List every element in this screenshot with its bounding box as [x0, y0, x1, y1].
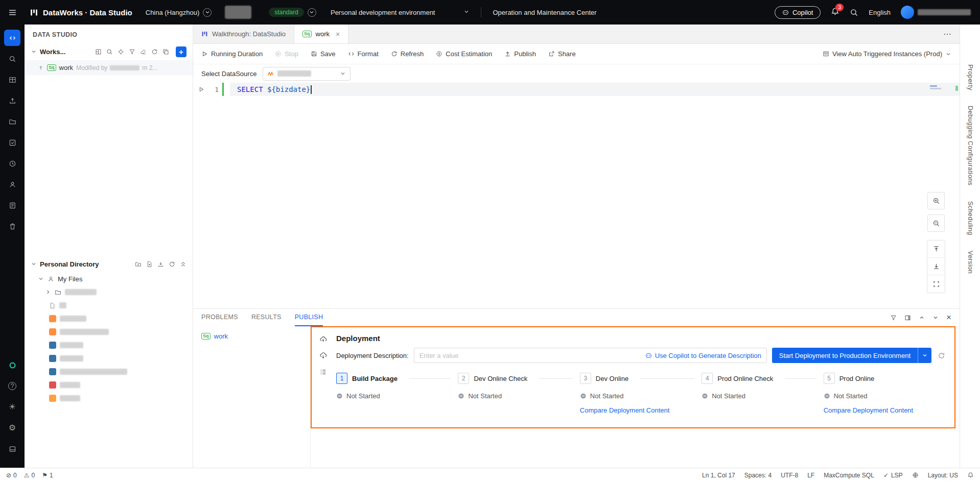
- env-badge[interactable]: standard: [269, 8, 316, 17]
- filter-icon[interactable]: [129, 49, 135, 55]
- panel-layout-icon[interactable]: [904, 315, 911, 321]
- folder-icon[interactable]: [4, 113, 20, 130]
- cloud-download-icon[interactable]: [319, 352, 327, 359]
- more-tabs-icon[interactable]: ⋯: [935, 25, 960, 43]
- layout-panel-icon[interactable]: [4, 441, 20, 457]
- tree-node-file[interactable]: [25, 299, 193, 312]
- tree-node-python[interactable]: [25, 339, 193, 352]
- code-text[interactable]: SELECT ${bizdate}: [230, 83, 960, 96]
- fit-view-button[interactable]: [927, 275, 945, 293]
- copilot-button[interactable]: Copilot: [775, 6, 821, 19]
- publish-button[interactable]: Publish: [504, 50, 536, 58]
- status-bell-icon[interactable]: [967, 472, 974, 478]
- tree-node-notebook[interactable]: [25, 312, 193, 325]
- tree-node-file-orange[interactable]: [25, 392, 193, 405]
- tab-problems[interactable]: PROBLEMS: [201, 309, 238, 326]
- om-center-link[interactable]: Operation and Maintenance Center: [493, 9, 596, 16]
- copilot-generate-link[interactable]: Use Copilot to Generate Description: [645, 352, 761, 359]
- lsp-status[interactable]: ✓ LSP: [883, 472, 903, 479]
- refresh-deployment-icon[interactable]: [938, 352, 945, 359]
- tab-work[interactable]: Sq work ×: [294, 25, 348, 43]
- tab-property[interactable]: Property: [967, 64, 974, 90]
- refresh-icon[interactable]: [169, 261, 175, 268]
- account-menu[interactable]: [901, 6, 971, 19]
- copy-icon[interactable]: [162, 49, 169, 55]
- recycle-bin-icon[interactable]: [4, 218, 20, 234]
- chevron-down-icon[interactable]: [31, 49, 37, 55]
- clean-eraser-icon[interactable]: [140, 49, 147, 55]
- compare-deployment-content-link[interactable]: Compare Deployment Content: [824, 406, 945, 414]
- region-selector[interactable]: China (Hangzhou): [146, 8, 212, 17]
- upload-icon[interactable]: [4, 92, 20, 109]
- tab-results[interactable]: RESULTS: [251, 309, 282, 326]
- cost-estimation-button[interactable]: $ Cost Estimation: [436, 50, 492, 58]
- scroll-to-bottom-button[interactable]: [927, 258, 945, 275]
- save-button[interactable]: Save: [311, 50, 336, 58]
- publish-node-work[interactable]: Sq work: [201, 332, 302, 340]
- tree-node-work[interactable]: Sq work Modified by m 2...: [25, 60, 193, 75]
- zoom-in-button[interactable]: [927, 192, 945, 209]
- scroll-to-top-button[interactable]: [927, 240, 945, 258]
- environment-selector[interactable]: Personal development environment: [331, 9, 470, 16]
- error-count[interactable]: ⊘ 0: [6, 472, 17, 479]
- close-tab-icon[interactable]: ×: [336, 30, 340, 38]
- datasource-select[interactable]: [263, 67, 351, 81]
- table-icon[interactable]: [4, 71, 20, 88]
- eol-sequence[interactable]: LF: [807, 472, 814, 479]
- theme-sun-icon[interactable]: ☀: [4, 399, 20, 415]
- history-clock-icon[interactable]: [4, 155, 20, 172]
- chevron-down-icon[interactable]: [31, 261, 37, 267]
- tree-node-folder[interactable]: [25, 285, 193, 299]
- start-deployment-button[interactable]: Start Deployment to Production Environme…: [772, 348, 931, 363]
- language-selector[interactable]: English: [869, 9, 891, 16]
- close-panel-icon[interactable]: ×: [946, 312, 951, 323]
- data-studio-icon[interactable]: [4, 30, 20, 46]
- zoom-out-button[interactable]: [927, 214, 945, 232]
- tenant-user-icon[interactable]: [4, 176, 20, 192]
- deploy-list-icon[interactable]: [319, 368, 327, 376]
- tree-node-python[interactable]: [25, 352, 193, 365]
- deployment-options-dropdown[interactable]: [918, 348, 931, 363]
- deployment-description-input[interactable]: [419, 352, 641, 359]
- minimap[interactable]: [916, 85, 946, 89]
- format-button[interactable]: Format: [348, 50, 379, 58]
- chevron-down-icon[interactable]: [932, 315, 939, 321]
- tab-version[interactable]: Version: [967, 251, 974, 274]
- tab-walkthrough[interactable]: Walkthrough: DataStudio: [193, 25, 294, 43]
- encoding[interactable]: UTF-8: [781, 472, 798, 479]
- board-icon[interactable]: [95, 49, 102, 55]
- help-icon[interactable]: ?: [4, 378, 20, 394]
- new-folder-icon[interactable]: [135, 261, 142, 268]
- flag-count[interactable]: ⚑ 1: [42, 472, 53, 479]
- locate-icon[interactable]: [118, 49, 124, 55]
- notebook-icon[interactable]: [4, 197, 20, 213]
- run-line-icon[interactable]: [198, 86, 204, 92]
- warning-count[interactable]: ⚠ 0: [24, 472, 35, 479]
- tree-node-file-red[interactable]: [25, 378, 193, 392]
- search-icon[interactable]: [106, 49, 113, 55]
- code-line-1[interactable]: 1 SELECT ${bizdate}: [193, 83, 960, 96]
- chevron-up-icon[interactable]: [919, 315, 925, 321]
- indentation[interactable]: Spaces: 4: [744, 472, 772, 479]
- filter-icon[interactable]: [890, 315, 897, 321]
- share-button[interactable]: Share: [548, 50, 576, 58]
- notifications-button[interactable]: 3: [831, 7, 839, 17]
- language-mode[interactable]: MaxCompute SQL: [824, 472, 874, 479]
- expedite-search-icon[interactable]: [850, 8, 858, 17]
- code-editor[interactable]: 1 SELECT ${bizdate}: [193, 83, 960, 308]
- cursor-position[interactable]: Ln 1, Col 17: [702, 472, 735, 479]
- globe-icon[interactable]: [912, 472, 919, 478]
- hamburger-menu-icon[interactable]: [0, 0, 25, 25]
- new-file-icon[interactable]: [146, 261, 153, 268]
- tab-scheduling[interactable]: Scheduling: [967, 201, 974, 235]
- tree-node-notebook[interactable]: [25, 325, 193, 339]
- cloud-upload-icon[interactable]: [319, 335, 327, 343]
- search-icon[interactable]: [4, 51, 20, 67]
- tree-node-my-files[interactable]: My Files: [25, 272, 193, 285]
- compare-deployment-content-link[interactable]: Compare Deployment Content: [580, 406, 702, 414]
- tab-publish[interactable]: PUBLISH: [295, 309, 323, 326]
- copilot-ring-icon[interactable]: [4, 357, 20, 373]
- keyboard-layout[interactable]: Layout: US: [928, 472, 958, 479]
- view-instances-button[interactable]: View Auto Triggered Instances (Prod): [823, 50, 951, 58]
- task-check-icon[interactable]: [4, 134, 20, 151]
